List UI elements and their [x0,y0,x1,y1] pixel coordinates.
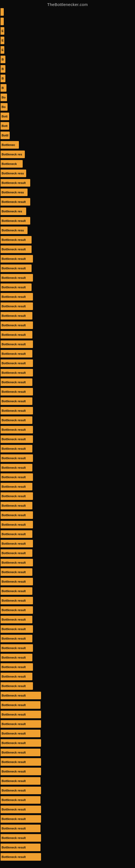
bar-item: Bottleneck result [1,321,33,329]
site-title: TheBottlenecker.com [0,0,135,8]
bar-item [1,18,4,25]
bar-item: Bottleneck result [1,644,33,652]
bar-item: Bottleneck result [1,198,30,206]
bar-item: Bottleneck res [1,151,25,158]
bar-label: Bottleneck result [2,286,26,289]
bar-label: Bottleneck result [2,457,26,460]
bar-label: Bottleneck result [2,713,26,716]
bar-label: Bottleneck result [2,732,26,735]
bar-item: Bo [1,94,7,101]
bar-item: Bottleneck result [1,350,32,358]
bar-item: Bottleneck result [1,749,41,756]
bar-label: Bottleneck result [2,219,26,222]
bar-item: E [1,46,4,54]
bar-item: Bottleneck result [1,663,33,671]
bar-label: B [2,86,4,90]
bar-label: Bottleneck result [2,200,26,204]
bar-label: Bo [2,105,6,108]
bar-label: Bottleneck result [2,589,26,593]
bar-label: Bottleneck result [2,352,26,355]
bar-label: Bottleneck result [2,343,26,346]
bar-item: Bottleneck [1,160,23,167]
bar-label: Bottleneck result [2,846,26,849]
bar-label: Bottleneck result [2,684,26,688]
bar-label: B [2,67,4,70]
bar-label: Bottleneck result [2,390,26,393]
bar-item: Bottleneck result [1,416,32,424]
bar-item: Bottleneck result [1,682,33,690]
bar-label: Bottleneck result [2,447,26,450]
bar-label: Bottleneck resu [2,191,24,194]
bar-item: Bott [1,113,9,120]
bar-label: E [2,39,3,42]
bar-item: Bottleneck resu [1,226,28,234]
bar-label: Bottleneck result [2,694,26,697]
bar-item: Bottleneck result [1,217,30,225]
bar-label: Bottleneck result [2,238,26,241]
bar-item: Bottleneck result [1,853,41,861]
bar-item: Bottleneck result [1,312,32,319]
bar-label: Bottleneck result [2,656,26,659]
bar-item: Bottleneck result [1,559,33,566]
bar-item: Bottleneck result [1,786,41,794]
bar-label: E [2,29,3,33]
bar-label: Bottleneck result [2,665,26,669]
bar-item: Bottleneck result [1,179,30,187]
bar-label: Bottleneck result [2,552,26,555]
bar-label: Bottleneck result [2,295,26,299]
bar-item: Bottleneck result [1,549,32,557]
bar-item: Bottleneck resu [1,188,28,196]
bar-item: Bottleneck result [1,464,32,471]
bar-label: Bottleneck result [2,409,26,412]
bar-label: Bottleneck result [2,760,26,764]
bar-label: E [2,48,3,52]
bar-label: Bottleneck result [2,428,26,431]
bar-label: Bottleneck result [2,532,26,536]
bar-label: Bottleneck result [2,418,26,422]
bar-item: Bottleneck result [1,360,33,367]
bar-item: Bottleneck result [1,616,32,623]
bar-item: Bottleneck result [1,283,32,291]
bar-item: Bottleneck result [1,768,41,775]
bar-item: B [1,56,5,63]
bar-item: B [1,84,6,92]
bar-item: Bottleneck result [1,473,33,481]
bar-item: Bottleneck result [1,673,32,680]
bar-item: Bott [1,122,9,130]
chart-area: TheBottlenecker.com EEEBBBBBoBoBottBottB… [0,0,135,868]
bar-item: Bottleneck result [1,540,33,547]
bar-item: Bottleneck result [1,293,33,301]
bar-item: Bottleneck result [1,378,32,386]
bar-item: Bottleneck result [1,407,33,414]
bar-label: Bottleneck result [2,637,26,640]
bar-item: Bottleneck result [1,255,33,262]
bar-item: Bottleneck result [1,777,41,785]
bar-item [1,8,4,16]
bar-label: Bo [2,96,6,99]
bar-label: Bottleneck result [2,305,26,308]
bar-label: Bottleneck result [2,703,26,707]
bar-label: Bottleneck result [2,267,26,270]
bar-item: Bottleneck result [1,388,33,396]
bar-item: Bottleneck result [1,806,41,813]
bar-label: Bottleneck result [2,561,26,564]
bar-item: Bottleneck resu [1,169,26,177]
bar-item: Bottleneck result [1,454,33,462]
bar-item: Bottleneck result [1,397,32,405]
bar-label: Bottleneck result [2,751,26,754]
bar-item: B [1,74,5,82]
bar-label: Bottleneck result [2,466,26,469]
bar-label: Bottleneck result [2,827,26,830]
bar-item: Bottleneck result [1,492,33,500]
bar-label: Bottleneck result [2,817,26,820]
bar-label: Bottleneck res [2,210,22,213]
bar-label: Bottleneck result [2,627,26,631]
bar-item: B [1,65,5,73]
bar-label: Bottleneck result [2,542,26,545]
bar-item: Bottleneck res [1,208,26,215]
bar-item: Bottleneck result [1,720,41,728]
bar-label: Bottleneck result [2,362,26,365]
bar-item: Bottl [1,131,10,139]
bar-item: Bottleneck result [1,246,32,253]
bar-label: Bottleneck result [2,580,26,583]
